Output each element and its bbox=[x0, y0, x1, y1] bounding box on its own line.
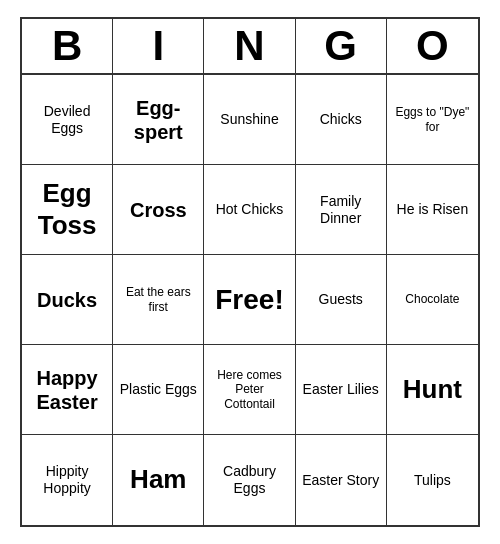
bingo-cell-20: Hippity Hoppity bbox=[22, 435, 113, 525]
bingo-cell-13: Guests bbox=[296, 255, 387, 345]
header-letter-G: G bbox=[296, 19, 387, 73]
bingo-header: BINGO bbox=[22, 19, 478, 75]
bingo-cell-21: Ham bbox=[113, 435, 204, 525]
bingo-cell-3: Chicks bbox=[296, 75, 387, 165]
bingo-card: BINGO Deviled EggsEgg-spertSunshineChick… bbox=[20, 17, 480, 527]
bingo-cell-18: Easter Lilies bbox=[296, 345, 387, 435]
bingo-cell-11: Eat the ears first bbox=[113, 255, 204, 345]
bingo-cell-24: Tulips bbox=[387, 435, 478, 525]
bingo-cell-7: Hot Chicks bbox=[204, 165, 295, 255]
bingo-cell-16: Plastic Eggs bbox=[113, 345, 204, 435]
bingo-cell-14: Chocolate bbox=[387, 255, 478, 345]
header-letter-O: O bbox=[387, 19, 478, 73]
bingo-cell-19: Hunt bbox=[387, 345, 478, 435]
bingo-cell-4: Eggs to "Dye" for bbox=[387, 75, 478, 165]
bingo-cell-10: Ducks bbox=[22, 255, 113, 345]
bingo-grid: Deviled EggsEgg-spertSunshineChicksEggs … bbox=[22, 75, 478, 525]
bingo-cell-17: Here comes Peter Cottontail bbox=[204, 345, 295, 435]
bingo-cell-5: Egg Toss bbox=[22, 165, 113, 255]
bingo-cell-8: Family Dinner bbox=[296, 165, 387, 255]
header-letter-N: N bbox=[204, 19, 295, 73]
bingo-cell-6: Cross bbox=[113, 165, 204, 255]
bingo-cell-2: Sunshine bbox=[204, 75, 295, 165]
bingo-cell-22: Cadbury Eggs bbox=[204, 435, 295, 525]
bingo-cell-9: He is Risen bbox=[387, 165, 478, 255]
header-letter-I: I bbox=[113, 19, 204, 73]
bingo-cell-12: Free! bbox=[204, 255, 295, 345]
bingo-cell-23: Easter Story bbox=[296, 435, 387, 525]
bingo-cell-0: Deviled Eggs bbox=[22, 75, 113, 165]
bingo-cell-15: Happy Easter bbox=[22, 345, 113, 435]
header-letter-B: B bbox=[22, 19, 113, 73]
bingo-cell-1: Egg-spert bbox=[113, 75, 204, 165]
